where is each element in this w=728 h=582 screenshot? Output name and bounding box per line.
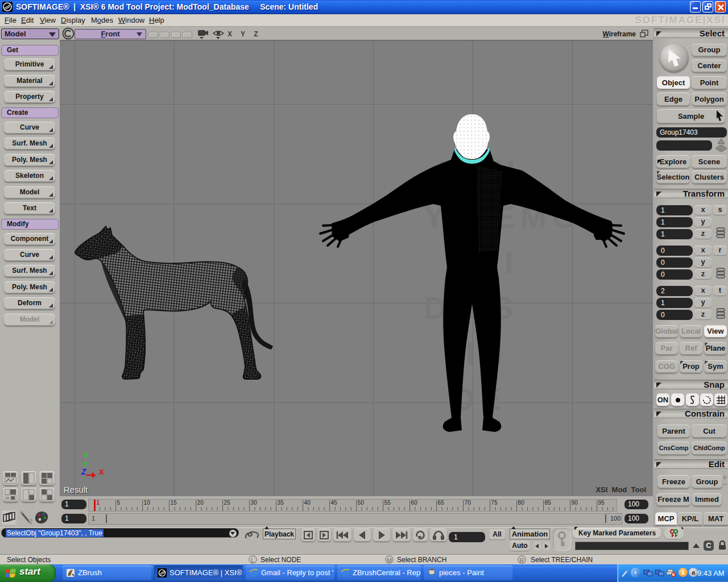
svg-text:80: 80 xyxy=(518,500,525,506)
svg-text:70: 70 xyxy=(465,500,471,506)
svg-text:40: 40 xyxy=(304,500,311,506)
svg-text:45: 45 xyxy=(331,500,338,506)
svg-text:55: 55 xyxy=(384,500,391,506)
svg-text:20: 20 xyxy=(197,500,204,506)
svg-text:65: 65 xyxy=(438,500,445,506)
svg-text:95: 95 xyxy=(598,500,605,506)
svg-text:50: 50 xyxy=(358,500,365,506)
svg-text:1: 1 xyxy=(97,500,100,506)
svg-text:60: 60 xyxy=(411,500,418,506)
svg-text:X: X xyxy=(99,468,104,476)
svg-text:25: 25 xyxy=(224,500,231,506)
svg-text:15: 15 xyxy=(171,500,177,506)
svg-text:10: 10 xyxy=(144,500,151,506)
svg-text:5: 5 xyxy=(117,500,121,506)
svg-text:Z: Z xyxy=(81,467,86,476)
svg-text:Y: Y xyxy=(84,451,89,460)
svg-text:35: 35 xyxy=(278,500,284,506)
svg-text:85: 85 xyxy=(545,500,552,506)
svg-text:75: 75 xyxy=(491,500,498,506)
svg-text:30: 30 xyxy=(251,500,258,506)
svg-text:90: 90 xyxy=(572,500,578,506)
